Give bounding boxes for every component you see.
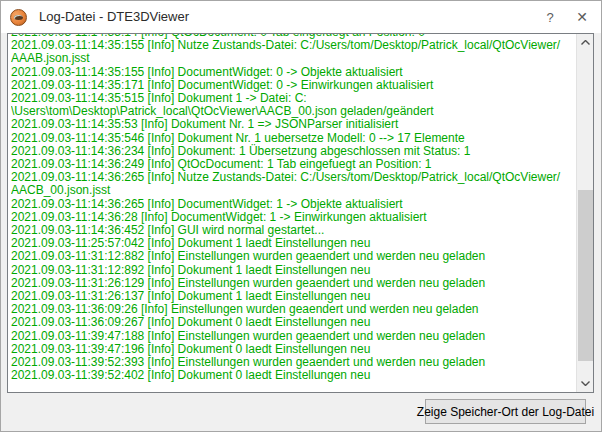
log-line: 2021.09.03-11:14:35:155 [Info] Nutze Zus…	[11, 39, 574, 52]
log-content: 2021.09.03-11:14:35:14 [Info] QtOcDocume…	[11, 33, 574, 382]
log-line: 2021.09.03-11:14:35:155 [Info] DocumentW…	[11, 66, 574, 79]
show-log-location-button[interactable]: Zeige Speicher-Ort der Log-Datei	[425, 399, 586, 424]
window-title: Log-Datei - DTE3DViewer	[39, 1, 189, 33]
close-button[interactable]: ✕	[563, 1, 601, 33]
log-line: AAAB.json.jsst	[11, 52, 574, 65]
close-icon: ✕	[576, 9, 588, 25]
log-line: 2021.09.03-11:36:09:267 [Info] Dokument …	[11, 316, 574, 329]
log-line: 2021.09.03-11:14:36:265 [Info] DocumentW…	[11, 198, 574, 211]
scroll-down-button[interactable]	[577, 375, 594, 392]
log-line: 2021.09.03-11:31:12:892 [Info] Dokument …	[11, 264, 574, 277]
vertical-scrollbar[interactable]	[576, 34, 593, 392]
log-text-area[interactable]: 2021.09.03-11:14:35:14 [Info] QtOcDocume…	[7, 33, 594, 393]
app-icon	[10, 9, 27, 26]
chevron-down-icon	[581, 381, 590, 386]
log-line: 2021.09.03-11:14:35:546 [Info] Dokument …	[11, 132, 574, 145]
chevron-up-icon	[581, 40, 590, 45]
log-dialog-window: Log-Datei - DTE3DViewer ? ✕ 2021.09.03-1…	[0, 0, 602, 432]
log-line: 2021.09.03-11:39:47:188 [Info] Einstellu…	[11, 330, 574, 343]
scrollbar-thumb[interactable]	[578, 190, 593, 361]
log-line: 2021.09.03-11:14:35:53 [Info] Dokument N…	[11, 118, 574, 131]
help-icon: ?	[546, 10, 553, 25]
log-line: 2021.09.03-11:39:52:402 [Info] Dokument …	[11, 369, 574, 382]
titlebar: Log-Datei - DTE3DViewer ? ✕	[1, 1, 601, 33]
log-line: 2021.09.03-11:31:12:882 [Info] Einstellu…	[11, 250, 574, 263]
log-line: AACB_00.json.jsst	[11, 184, 574, 197]
scroll-up-button[interactable]	[577, 34, 594, 51]
